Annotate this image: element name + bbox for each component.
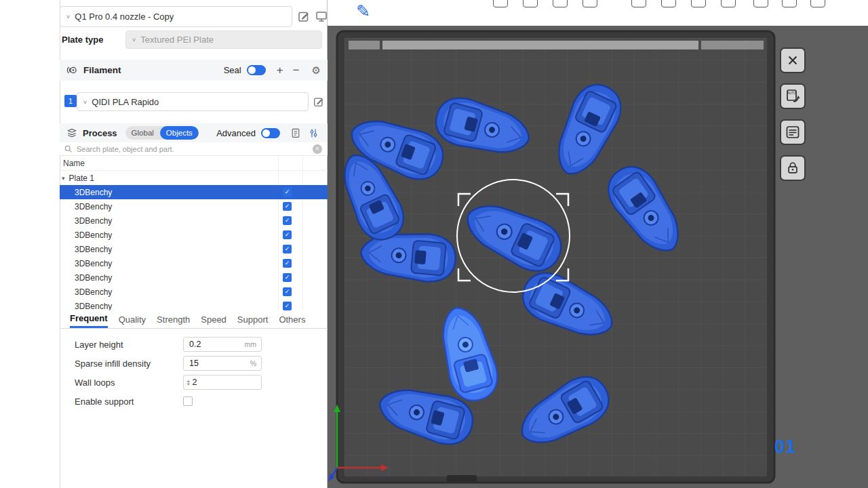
wall-loops-input[interactable] — [190, 378, 239, 387]
object-tree-list: 3DBenchy ✓ 3DBenchy ✓ 3DBenchy ✓ 3DBench… — [60, 185, 328, 310]
process-tabs: Frequent Quality Strength Speed Support … — [60, 310, 328, 329]
param-row-layer-height: Layer height mm — [60, 335, 328, 354]
tree-row-benchy-clipped[interactable]: 3DBenchy ✓ — [60, 299, 328, 310]
edit-filament-button[interactable] — [311, 94, 326, 109]
chevron-down-icon: ∨ — [132, 37, 136, 43]
tree-plate-row[interactable]: ▾ Plate 1 — [60, 171, 328, 185]
tree-row-benchy[interactable]: 3DBenchy ✓ — [60, 270, 328, 285]
printer-preset-dropdown[interactable]: ∨ Q1 Pro 0.4 nozzle - Copy — [60, 6, 292, 27]
auto-orient-button[interactable]: AUTO — [780, 83, 806, 109]
tree-row-benchy[interactable]: 3DBenchy ✓ — [60, 256, 328, 270]
add-filament-button[interactable]: + — [275, 64, 285, 76]
bed-top-strip — [349, 41, 380, 49]
tune-sliders-icon — [308, 127, 319, 139]
toggle-knob — [248, 66, 256, 74]
search-icon — [64, 144, 73, 153]
remove-filament-button[interactable]: − — [292, 64, 301, 76]
search-clear-button[interactable]: × — [313, 144, 322, 154]
print-checkbox[interactable]: ✓ — [283, 216, 292, 225]
object-search-bar: × — [60, 142, 328, 156]
advanced-toggle[interactable] — [261, 128, 280, 138]
monitor-icon — [315, 9, 328, 23]
process-layers-icon — [66, 127, 77, 138]
process-section-header: Process Global Objects Advanced — [60, 123, 328, 142]
tree-row-benchy[interactable]: 3DBenchy ✓ — [60, 199, 328, 214]
param-label: Enable support — [75, 396, 183, 407]
tree-row-benchy-selected[interactable]: 3DBenchy ✓ — [60, 185, 328, 199]
seal-toggle[interactable] — [247, 65, 266, 75]
process-mode-switch[interactable]: Global Objects — [125, 126, 199, 140]
arrange-layout-button[interactable] — [780, 119, 806, 145]
printer-control-button[interactable] — [314, 9, 329, 24]
object-label: 3DBenchy — [75, 259, 112, 268]
plate-type-dropdown[interactable]: ∨ Textured PEI Plate — [125, 30, 322, 49]
filament-preset-dropdown[interactable]: ∨ QIDI PLA Rapido — [77, 92, 309, 111]
unit-label: mm — [245, 340, 257, 348]
filament-title: Filament — [83, 65, 121, 75]
print-checkbox[interactable]: ✓ — [283, 230, 292, 239]
object-label: 3DBenchy — [75, 230, 112, 240]
tab-speed[interactable]: Speed — [201, 312, 226, 327]
process-list-view-button[interactable] — [288, 125, 303, 140]
scene-viewport[interactable]: ✎ — [328, 0, 868, 488]
tab-others[interactable]: Others — [279, 312, 305, 327]
print-checkbox[interactable]: ✓ — [283, 259, 292, 268]
advanced-label: Advanced — [216, 128, 256, 138]
mode-global-pill[interactable]: Global — [125, 126, 160, 140]
print-checkbox[interactable]: ✓ — [283, 202, 292, 211]
tree-row-benchy[interactable]: 3DBenchy ✓ — [60, 214, 328, 228]
tab-frequent[interactable]: Frequent — [70, 310, 108, 328]
print-checkbox[interactable]: ✓ — [283, 273, 292, 282]
frequent-params: Layer height mm Sparse infill density % … — [60, 335, 328, 411]
tab-quality[interactable]: Quality — [119, 312, 146, 327]
bed-top-strip — [701, 41, 764, 49]
layer-height-field: mm — [183, 337, 262, 352]
prepare-sidebar: ∨ Q1 Pro 0.4 nozzle - Copy Plate type ∨ … — [0, 0, 328, 488]
infill-density-field: % — [183, 356, 262, 371]
lock-plate-button[interactable] — [780, 155, 806, 181]
edit-printer-button[interactable] — [296, 9, 311, 24]
delete-all-button[interactable] — [780, 47, 806, 73]
filament-slot-1[interactable]: 1 — [64, 95, 77, 107]
plate-type-value: Textured PEI Plate — [140, 35, 214, 45]
wall-loops-field: ▴ ▾ — [183, 375, 262, 390]
tree-row-benchy[interactable]: 3DBenchy ✓ — [60, 285, 328, 299]
enable-support-checkbox[interactable] — [183, 396, 193, 406]
print-checkbox[interactable]: ✓ — [283, 287, 292, 296]
filament-settings-gear-icon[interactable]: ⚙ — [312, 64, 321, 77]
toggle-knob — [262, 129, 270, 137]
param-row-enable-support: Enable support — [60, 392, 328, 411]
tree-row-benchy[interactable]: 3DBenchy ✓ — [60, 242, 328, 256]
param-row-wall-loops: Wall loops ▴ ▾ — [60, 373, 328, 392]
print-checkbox[interactable]: ✓ — [283, 302, 292, 310]
layer-height-input[interactable] — [184, 340, 233, 349]
edit-icon — [313, 96, 325, 108]
process-tune-button[interactable] — [306, 125, 321, 140]
tab-strength[interactable]: Strength — [157, 312, 190, 327]
bed-top-strip — [382, 41, 698, 49]
mode-objects-pill[interactable]: Objects — [160, 126, 199, 140]
object-label: 3DBenchy — [75, 287, 112, 297]
object-label: 3DBenchy — [75, 245, 112, 254]
object-label: 3DBenchy — [75, 273, 112, 283]
arrange-icon — [785, 124, 801, 140]
chevron-down-icon: ∨ — [83, 99, 87, 105]
print-checkbox[interactable]: ✓ — [283, 188, 292, 197]
tree-row-benchy[interactable]: 3DBenchy ✓ — [60, 228, 328, 242]
qidi-studio-window: ∨ Q1 Pro 0.4 nozzle - Copy Plate type ∨ … — [0, 0, 868, 488]
print-checkbox[interactable]: ✓ — [283, 245, 292, 253]
infill-density-input[interactable] — [184, 359, 233, 368]
bed-front-notch — [447, 475, 477, 482]
document-list-icon — [290, 127, 301, 138]
seal-label: Seal — [224, 65, 241, 75]
filament-spool-icon — [66, 64, 78, 76]
collapse-expander-icon[interactable]: ▾ — [62, 175, 65, 182]
lock-icon — [785, 161, 800, 176]
filament-preset-value: QIDI PLA Rapido — [92, 97, 159, 107]
build-plate-scene[interactable] — [328, 0, 868, 488]
object-label: 3DBenchy — [75, 188, 112, 197]
param-label: Wall loops — [75, 378, 183, 388]
search-input[interactable] — [77, 145, 313, 153]
plate-number-label[interactable]: 01 — [774, 436, 796, 458]
tab-support[interactable]: Support — [237, 312, 269, 327]
